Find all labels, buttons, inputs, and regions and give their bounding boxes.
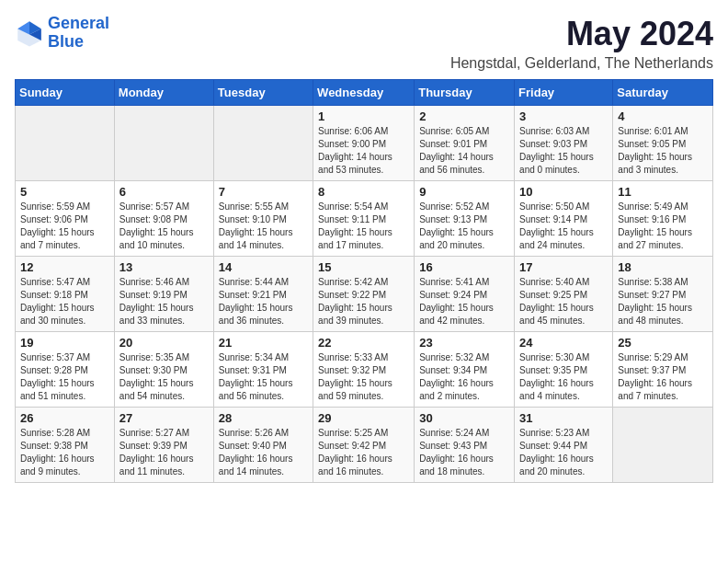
calendar-body: 1Sunrise: 6:06 AM Sunset: 9:00 PM Daylig… [16,106,713,483]
day-number: 14 [219,260,308,274]
calendar-cell: 7Sunrise: 5:55 AM Sunset: 9:10 PM Daylig… [213,181,313,257]
calendar-cell: 6Sunrise: 5:57 AM Sunset: 9:08 PM Daylig… [114,181,213,257]
day-detail: Sunrise: 5:42 AM Sunset: 9:22 PM Dayligh… [318,276,409,327]
calendar-cell: 12Sunrise: 5:47 AM Sunset: 9:18 PM Dayli… [16,257,115,332]
day-detail: Sunrise: 5:40 AM Sunset: 9:25 PM Dayligh… [519,276,608,327]
day-number: 21 [219,336,308,350]
day-detail: Sunrise: 5:37 AM Sunset: 9:28 PM Dayligh… [20,351,109,403]
day-number: 9 [419,185,509,199]
day-number: 24 [519,336,608,350]
calendar-cell: 17Sunrise: 5:40 AM Sunset: 9:25 PM Dayli… [515,257,613,332]
day-detail: Sunrise: 6:03 AM Sunset: 9:03 PM Dayligh… [519,125,608,177]
calendar-cell: 22Sunrise: 5:33 AM Sunset: 9:32 PM Dayli… [313,332,415,408]
day-number: 6 [119,185,209,199]
calendar-cell: 9Sunrise: 5:52 AM Sunset: 9:13 PM Daylig… [415,181,515,257]
calendar-header-wednesday: Wednesday [313,80,415,106]
day-number: 11 [618,185,708,199]
calendar-cell: 3Sunrise: 6:03 AM Sunset: 9:03 PM Daylig… [515,106,613,181]
day-detail: Sunrise: 5:54 AM Sunset: 9:11 PM Dayligh… [318,201,409,252]
calendar-cell: 21Sunrise: 5:34 AM Sunset: 9:31 PM Dayli… [213,332,313,408]
day-detail: Sunrise: 5:26 AM Sunset: 9:40 PM Dayligh… [219,427,308,478]
calendar-cell: 30Sunrise: 5:24 AM Sunset: 9:43 PM Dayli… [415,408,515,483]
calendar-cell: 11Sunrise: 5:49 AM Sunset: 9:16 PM Dayli… [613,181,713,257]
calendar-cell: 26Sunrise: 5:28 AM Sunset: 9:38 PM Dayli… [16,408,115,483]
day-number: 25 [618,336,708,350]
calendar-cell: 16Sunrise: 5:41 AM Sunset: 9:24 PM Dayli… [415,257,515,332]
calendar-header-sunday: Sunday [16,80,115,106]
calendar-cell: 31Sunrise: 5:23 AM Sunset: 9:44 PM Dayli… [515,408,613,483]
calendar-cell: 19Sunrise: 5:37 AM Sunset: 9:28 PM Dayli… [16,332,115,408]
calendar-cell: 29Sunrise: 5:25 AM Sunset: 9:42 PM Dayli… [313,408,415,483]
day-number: 12 [20,260,109,274]
calendar-cell: 20Sunrise: 5:35 AM Sunset: 9:30 PM Dayli… [114,332,213,408]
calendar-cell: 13Sunrise: 5:46 AM Sunset: 9:19 PM Dayli… [114,257,213,332]
calendar-table: SundayMondayTuesdayWednesdayThursdayFrid… [15,79,713,483]
day-detail: Sunrise: 5:41 AM Sunset: 9:24 PM Dayligh… [419,276,509,327]
calendar-cell: 18Sunrise: 5:38 AM Sunset: 9:27 PM Dayli… [613,257,713,332]
calendar-cell: 24Sunrise: 5:30 AM Sunset: 9:35 PM Dayli… [515,332,613,408]
page-header: General Blue May 2024 Hengstdal, Gelderl… [15,15,713,72]
day-detail: Sunrise: 5:25 AM Sunset: 9:42 PM Dayligh… [318,427,409,478]
calendar-cell: 8Sunrise: 5:54 AM Sunset: 9:11 PM Daylig… [313,181,415,257]
day-detail: Sunrise: 5:34 AM Sunset: 9:31 PM Dayligh… [219,351,308,403]
calendar-header-saturday: Saturday [613,80,713,106]
subtitle: Hengstdal, Gelderland, The Netherlands [450,55,713,72]
calendar-cell [16,106,115,181]
calendar-cell: 1Sunrise: 6:06 AM Sunset: 9:00 PM Daylig… [313,106,415,181]
day-number: 5 [20,185,109,199]
calendar-cell [613,408,713,483]
logo-text: General Blue [48,15,109,52]
day-detail: Sunrise: 5:29 AM Sunset: 9:37 PM Dayligh… [618,351,708,403]
day-detail: Sunrise: 5:32 AM Sunset: 9:34 PM Dayligh… [419,351,509,403]
day-number: 22 [318,336,409,350]
calendar-cell: 2Sunrise: 6:05 AM Sunset: 9:01 PM Daylig… [415,106,515,181]
day-number: 4 [618,109,708,123]
day-number: 29 [318,411,409,425]
day-detail: Sunrise: 6:05 AM Sunset: 9:01 PM Dayligh… [419,125,509,177]
day-number: 13 [119,260,209,274]
calendar-cell: 15Sunrise: 5:42 AM Sunset: 9:22 PM Dayli… [313,257,415,332]
day-number: 30 [419,411,509,425]
day-detail: Sunrise: 5:38 AM Sunset: 9:27 PM Dayligh… [618,276,708,327]
calendar-cell: 14Sunrise: 5:44 AM Sunset: 9:21 PM Dayli… [213,257,313,332]
day-detail: Sunrise: 5:33 AM Sunset: 9:32 PM Dayligh… [318,351,409,403]
main-title: May 2024 [450,15,713,53]
logo-line1: General [48,14,109,32]
day-detail: Sunrise: 5:35 AM Sunset: 9:30 PM Dayligh… [119,351,209,403]
day-number: 19 [20,336,109,350]
day-number: 3 [519,109,608,123]
day-number: 10 [519,185,608,199]
day-detail: Sunrise: 5:30 AM Sunset: 9:35 PM Dayligh… [519,351,608,403]
day-detail: Sunrise: 5:55 AM Sunset: 9:10 PM Dayligh… [219,201,308,252]
day-number: 17 [519,260,608,274]
day-detail: Sunrise: 6:06 AM Sunset: 9:00 PM Dayligh… [318,125,409,177]
day-number: 7 [219,185,308,199]
logo: General Blue [15,15,109,52]
title-section: May 2024 Hengstdal, Gelderland, The Neth… [450,15,713,72]
calendar-cell [213,106,313,181]
calendar-week-4: 19Sunrise: 5:37 AM Sunset: 9:28 PM Dayli… [16,332,713,408]
day-number: 20 [119,336,209,350]
day-detail: Sunrise: 5:28 AM Sunset: 9:38 PM Dayligh… [20,427,109,478]
calendar-week-1: 1Sunrise: 6:06 AM Sunset: 9:00 PM Daylig… [16,106,713,181]
day-number: 26 [20,411,109,425]
day-detail: Sunrise: 5:44 AM Sunset: 9:21 PM Dayligh… [219,276,308,327]
day-number: 16 [419,260,509,274]
calendar-header-tuesday: Tuesday [213,80,313,106]
day-detail: Sunrise: 5:27 AM Sunset: 9:39 PM Dayligh… [119,427,209,478]
day-detail: Sunrise: 5:49 AM Sunset: 9:16 PM Dayligh… [618,201,708,252]
calendar-cell [114,106,213,181]
calendar-header-row: SundayMondayTuesdayWednesdayThursdayFrid… [16,80,713,106]
day-detail: Sunrise: 5:52 AM Sunset: 9:13 PM Dayligh… [419,201,509,252]
calendar-cell: 28Sunrise: 5:26 AM Sunset: 9:40 PM Dayli… [213,408,313,483]
calendar-header-thursday: Thursday [415,80,515,106]
day-detail: Sunrise: 5:23 AM Sunset: 9:44 PM Dayligh… [519,427,608,478]
calendar-header-monday: Monday [114,80,213,106]
day-number: 31 [519,411,608,425]
day-detail: Sunrise: 5:24 AM Sunset: 9:43 PM Dayligh… [419,427,509,478]
calendar-header-friday: Friday [515,80,613,106]
day-number: 18 [618,260,708,274]
calendar-cell: 25Sunrise: 5:29 AM Sunset: 9:37 PM Dayli… [613,332,713,408]
day-number: 1 [318,109,409,123]
day-number: 28 [219,411,308,425]
